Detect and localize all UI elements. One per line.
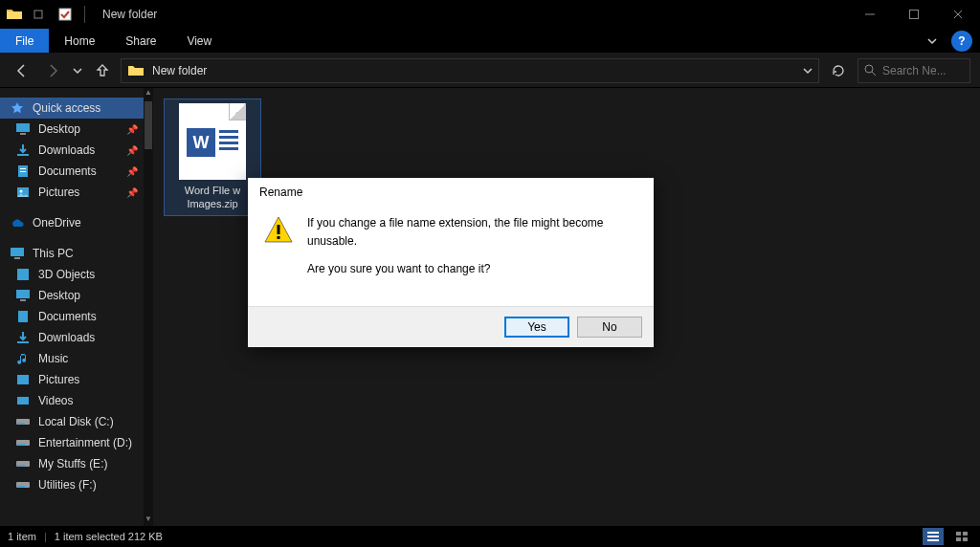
disk-icon xyxy=(15,435,31,450)
file-item[interactable]: W Word FIle w Images.zip xyxy=(165,99,260,215)
tab-home[interactable]: Home xyxy=(49,29,110,53)
svg-rect-23 xyxy=(17,375,29,384)
sidebar-item-local-disk-c[interactable]: Local Disk (C:) xyxy=(0,411,144,432)
icons-view-button[interactable] xyxy=(951,528,972,545)
folder-icon xyxy=(6,6,23,23)
sidebar-item-label: Documents xyxy=(38,164,97,178)
svg-rect-10 xyxy=(17,154,29,156)
svg-rect-40 xyxy=(278,225,280,234)
tab-file[interactable]: File xyxy=(0,29,49,53)
sidebar-onedrive[interactable]: OneDrive xyxy=(0,212,144,233)
sidebar-item-label: Desktop xyxy=(38,122,80,136)
sidebar-item-label: Videos xyxy=(38,394,73,407)
qat-checkbox[interactable] xyxy=(54,4,77,25)
dialog-title: Rename xyxy=(248,178,654,205)
dialog-buttons: Yes No xyxy=(248,306,654,347)
sidebar-item-desktop-pc[interactable]: Desktop xyxy=(0,285,144,306)
sidebar-item-documents[interactable]: Documents 📌 xyxy=(0,161,144,182)
up-button[interactable] xyxy=(90,58,115,83)
svg-rect-20 xyxy=(20,299,26,301)
details-view-button[interactable] xyxy=(923,528,944,545)
sidebar-item-desktop[interactable]: Desktop 📌 xyxy=(0,119,144,140)
disk-icon xyxy=(15,414,31,429)
back-button[interactable] xyxy=(10,58,34,83)
separator xyxy=(84,6,85,23)
sidebar-item-downloads-pc[interactable]: Downloads xyxy=(0,327,144,348)
address-bar[interactable]: New folder xyxy=(121,58,819,83)
pictures-icon xyxy=(15,372,31,387)
cloud-icon xyxy=(10,215,25,230)
svg-rect-39 xyxy=(963,537,968,541)
close-button[interactable] xyxy=(936,0,980,29)
tab-view[interactable]: View xyxy=(171,29,227,53)
scroll-up-button[interactable]: ▲ xyxy=(144,88,153,99)
search-icon xyxy=(864,64,877,77)
maximize-button[interactable] xyxy=(892,0,936,29)
help-button[interactable]: ? xyxy=(951,31,972,52)
sidebar-this-pc[interactable]: This PC xyxy=(0,243,144,264)
window-controls xyxy=(848,0,980,29)
svg-rect-35 xyxy=(927,539,939,541)
navigation-bar: New folder xyxy=(0,54,980,88)
word-file-icon: W xyxy=(179,103,246,180)
sidebar-scrollbar[interactable]: ▲ ▼ xyxy=(144,88,153,526)
scroll-down-button[interactable]: ▼ xyxy=(144,514,153,526)
sidebar-item-my-stuffs-e[interactable]: My Stuffs (E:) xyxy=(0,453,144,474)
yes-button[interactable]: Yes xyxy=(504,317,569,338)
title-bar: New folder xyxy=(0,0,980,29)
sidebar-item-pictures-pc[interactable]: Pictures xyxy=(0,369,144,390)
sidebar-item-label: OneDrive xyxy=(33,216,81,230)
status-selection: 1 item selected 212 KB xyxy=(55,531,163,542)
sidebar-item-label: Pictures xyxy=(38,186,79,199)
svg-rect-24 xyxy=(17,397,29,405)
svg-rect-13 xyxy=(20,171,26,172)
no-button[interactable]: No xyxy=(577,317,642,338)
svg-rect-30 xyxy=(17,465,25,467)
sidebar-item-downloads[interactable]: Downloads 📌 xyxy=(0,140,144,161)
sidebar-item-music[interactable]: Music xyxy=(0,348,144,369)
scroll-thumb[interactable] xyxy=(145,101,152,149)
svg-rect-26 xyxy=(17,423,25,425)
pictures-icon xyxy=(15,185,31,200)
svg-rect-41 xyxy=(278,236,280,239)
sidebar-item-documents-pc[interactable]: Documents xyxy=(0,306,144,327)
warning-icon xyxy=(263,214,294,245)
sidebar-item-pictures[interactable]: Pictures 📌 xyxy=(0,182,144,203)
status-item-count: 1 item xyxy=(8,531,36,542)
svg-rect-22 xyxy=(17,341,29,343)
quick-access-toolbar xyxy=(0,4,95,25)
sidebar-item-3d-objects[interactable]: 3D Objects xyxy=(0,264,144,285)
dialog-message: If you change a file name extension, the… xyxy=(307,214,638,289)
address-dropdown-button[interactable] xyxy=(803,66,813,76)
star-icon xyxy=(10,100,25,116)
svg-rect-32 xyxy=(17,486,25,488)
svg-rect-0 xyxy=(34,11,42,18)
svg-rect-37 xyxy=(963,532,968,536)
sidebar-item-utilities-f[interactable]: Utilities (F:) xyxy=(0,474,144,495)
search-box[interactable] xyxy=(858,58,970,83)
search-input[interactable] xyxy=(882,64,959,77)
qat-dropdown[interactable] xyxy=(27,4,50,25)
desktop-icon xyxy=(15,288,31,303)
tab-share[interactable]: Share xyxy=(110,29,171,53)
forward-button[interactable] xyxy=(40,58,65,83)
sidebar-item-label: Documents xyxy=(38,310,97,323)
svg-rect-16 xyxy=(11,248,24,256)
documents-icon xyxy=(15,309,31,324)
minimize-button[interactable] xyxy=(848,0,892,29)
pc-icon xyxy=(10,246,25,261)
sidebar-item-entertainment-d[interactable]: Entertainment (D:) xyxy=(0,432,144,453)
downloads-icon xyxy=(15,142,31,158)
breadcrumb[interactable]: New folder xyxy=(152,64,207,77)
sidebar-quick-access[interactable]: Quick access xyxy=(0,98,144,119)
ribbon-expand-button[interactable] xyxy=(921,29,944,53)
rename-dialog: Rename If you change a file name extensi… xyxy=(248,178,654,347)
sidebar-item-videos[interactable]: Videos xyxy=(0,390,144,411)
sidebar-item-label: My Stuffs (E:) xyxy=(38,457,107,470)
svg-point-6 xyxy=(865,65,873,73)
recent-locations-button[interactable] xyxy=(71,58,84,83)
refresh-button[interactable] xyxy=(825,58,852,83)
svg-rect-36 xyxy=(956,532,961,536)
disk-icon xyxy=(15,456,31,471)
svg-rect-21 xyxy=(18,311,28,322)
